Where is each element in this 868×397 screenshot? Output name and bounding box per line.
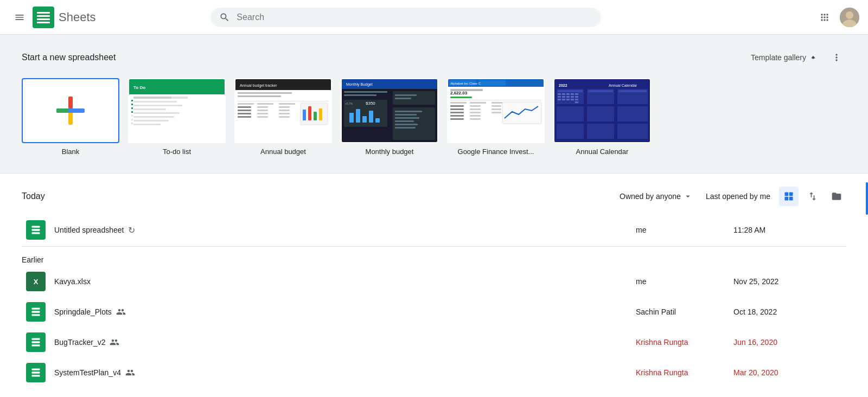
user-avatar[interactable] <box>840 8 859 27</box>
svg-rect-130 <box>575 96 578 98</box>
grid-view-button[interactable] <box>779 187 799 206</box>
file-section-header: Today Owned by anyone Last opened by me <box>22 187 846 206</box>
svg-rect-89 <box>450 102 467 104</box>
svg-rect-100 <box>470 115 481 117</box>
svg-rect-26 <box>131 107 133 109</box>
svg-rect-54 <box>308 106 311 120</box>
svg-rect-37 <box>238 103 254 105</box>
svg-rect-92 <box>450 105 464 107</box>
file-owner: me <box>636 226 733 234</box>
svg-rect-30 <box>131 123 133 124</box>
svg-rect-23 <box>133 124 161 125</box>
sync-icon: ↻ <box>128 225 135 235</box>
svg-rect-90 <box>470 102 486 104</box>
svg-rect-127 <box>562 96 565 98</box>
svg-rect-2 <box>37 15 50 17</box>
template-gallery-label: Template gallery <box>751 53 806 62</box>
file-owner: Sachin Patil <box>636 308 733 316</box>
svg-rect-75 <box>395 114 417 116</box>
svg-rect-10 <box>68 97 73 108</box>
svg-rect-43 <box>238 116 251 118</box>
file-date: Oct 18, 2022 <box>733 308 820 316</box>
file-section: Today Owned by anyone Last opened by me <box>0 174 868 397</box>
svg-rect-22 <box>133 120 169 121</box>
file-actions <box>820 332 842 352</box>
svg-rect-93 <box>450 108 464 110</box>
template-gallery-button[interactable]: Template gallery <box>746 49 822 66</box>
svg-rect-96 <box>450 118 464 120</box>
sheets-logo-link[interactable]: Sheets <box>33 7 96 28</box>
file-date: Nov 25, 2022 <box>733 277 820 286</box>
svg-rect-105 <box>492 112 501 113</box>
file-row[interactable]: Untitled spreadsheet ↻ me 11:28 AM <box>22 215 846 245</box>
svg-rect-60 <box>344 91 387 93</box>
template-section: Start a new spreadsheet Template gallery <box>0 35 868 174</box>
file-icon-sheets <box>26 220 46 240</box>
sheets-badge <box>26 363 46 382</box>
svg-rect-126 <box>558 96 561 98</box>
svg-text:2,622.03: 2,622.03 <box>450 91 468 95</box>
svg-rect-28 <box>131 115 133 117</box>
file-actions <box>820 220 842 240</box>
file-row[interactable]: X Kavya.xlsx me Nov 25, 2022 <box>22 266 846 297</box>
file-actions <box>820 363 842 382</box>
file-actions <box>820 272 842 291</box>
svg-rect-133 <box>566 99 570 100</box>
search-icon <box>219 12 230 23</box>
svg-point-6 <box>846 11 853 19</box>
today-files: Untitled spreadsheet ↻ me 11:28 AM <box>22 215 846 245</box>
svg-rect-114 <box>617 106 648 121</box>
template-todo[interactable]: To Do <box>128 78 226 156</box>
svg-rect-53 <box>303 110 306 120</box>
svg-rect-132 <box>562 99 565 100</box>
svg-rect-147 <box>32 372 40 373</box>
svg-rect-16 <box>133 97 171 99</box>
file-row[interactable]: BugTracker_v2 Krishna Rungta Jun 16, 202… <box>22 327 846 357</box>
owned-by-button[interactable]: Owned by anyone <box>615 188 697 204</box>
svg-rect-46 <box>257 113 268 114</box>
svg-rect-1 <box>37 12 50 14</box>
svg-rect-48 <box>279 106 290 108</box>
svg-rect-128 <box>566 96 570 98</box>
svg-rect-146 <box>32 369 40 370</box>
svg-rect-40 <box>238 106 251 108</box>
folder-view-button[interactable] <box>827 187 846 206</box>
svg-rect-148 <box>32 375 40 376</box>
svg-rect-21 <box>133 116 174 118</box>
hamburger-menu-button[interactable] <box>9 7 30 28</box>
file-icon-excel: X <box>26 272 46 291</box>
apps-grid-button[interactable] <box>814 7 835 28</box>
svg-text:+5.7%: +5.7% <box>345 102 353 105</box>
svg-rect-34 <box>238 92 292 94</box>
svg-rect-36 <box>238 101 329 101</box>
search-input[interactable] <box>237 12 592 22</box>
svg-rect-136 <box>575 101 578 103</box>
template-finance[interactable]: Alphabet Inc Class C 2,622.03 <box>447 78 545 156</box>
svg-rect-76 <box>395 117 419 119</box>
file-name-area: BugTracker_v2 <box>54 337 636 347</box>
template-more-button[interactable] <box>827 48 846 67</box>
svg-rect-67 <box>375 118 380 123</box>
svg-rect-103 <box>492 105 501 107</box>
template-calendar[interactable]: 2022 Annual Calendar <box>553 78 651 156</box>
template-monthly-budget[interactable]: Monthly Budget +5.7% $350 <box>341 78 438 156</box>
svg-rect-116 <box>587 124 614 139</box>
svg-rect-41 <box>238 110 251 111</box>
file-name-area: Kavya.xlsx <box>54 277 636 286</box>
svg-rect-124 <box>571 93 574 95</box>
app-title: Sheets <box>59 10 96 24</box>
file-row[interactable]: SystemTestPlan_v4 Krishna Rungta Mar 20,… <box>22 357 846 388</box>
svg-rect-55 <box>314 112 317 120</box>
svg-rect-19 <box>133 108 166 110</box>
search-wrapper <box>210 8 601 27</box>
template-finance-label: Google Finance Invest... <box>458 148 534 156</box>
svg-rect-79 <box>395 127 416 129</box>
file-row[interactable]: Springdale_Plots Sachin Patil Oct 18, 20… <box>22 297 846 327</box>
svg-rect-117 <box>617 124 648 139</box>
template-annual-budget[interactable]: Annual budget tracker <box>234 78 332 156</box>
sort-button[interactable] <box>803 187 822 206</box>
svg-rect-4 <box>37 22 50 23</box>
file-date: Jun 16, 2020 <box>733 338 820 347</box>
template-finance-thumb: Alphabet Inc Class C 2,622.03 <box>447 78 545 143</box>
template-blank[interactable]: Blank <box>22 78 119 156</box>
